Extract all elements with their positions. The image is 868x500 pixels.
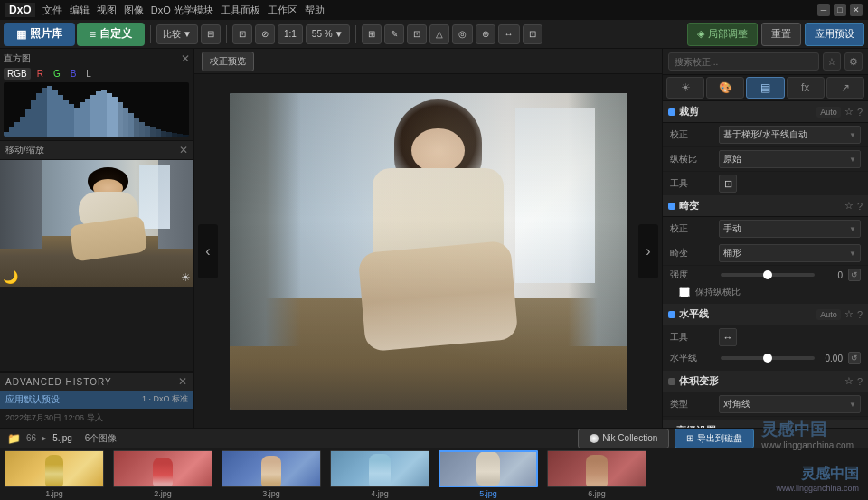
thumbnail-area[interactable]: 🌙 ☀: [0, 160, 193, 287]
move-zoom-close-button[interactable]: ✕: [179, 144, 188, 156]
distortion-correction-row: 校正 手动 ▼: [663, 217, 868, 241]
crop-correction-dropdown[interactable]: 基于梯形/水平线自动 ▼: [719, 126, 861, 144]
horizon-section-header: 水平线 Auto ☆ ?: [663, 304, 868, 325]
channel-l[interactable]: L: [82, 68, 95, 80]
menu-edit[interactable]: 编辑: [70, 4, 90, 17]
side-by-side-button[interactable]: ⊟: [201, 24, 221, 44]
distortion-strength-reset-button[interactable]: ↺: [848, 269, 861, 281]
crop-help-button[interactable]: ?: [857, 107, 863, 118]
crop-tool-icon-button[interactable]: ⊡: [719, 175, 737, 193]
volume-type-dropdown[interactable]: 对角线 ▼: [719, 395, 861, 413]
menu-tools[interactable]: 工具面板: [221, 4, 260, 17]
prev-photo-button[interactable]: ‹: [198, 224, 218, 278]
tab-color[interactable]: 🎨: [706, 77, 744, 99]
stamp-tool-button[interactable]: ◎: [452, 24, 473, 44]
filmstrip-item-5[interactable]: ⚠ 5.jpg: [434, 450, 542, 498]
win-close-button[interactable]: ✕: [850, 4, 863, 16]
crop-tool-button[interactable]: ⊡: [232, 24, 252, 44]
horizon-title: 水平线: [679, 307, 813, 321]
menu-view[interactable]: 视图: [97, 4, 117, 17]
distortion-strength-slider[interactable]: [721, 273, 815, 277]
menu-file[interactable]: 文件: [42, 4, 62, 17]
shape-tool-button[interactable]: △: [429, 24, 449, 44]
edit-tools: ⊞ ✎ ⊡ △ ◎ ⊕ ↔ ⊡: [362, 24, 542, 44]
search-input[interactable]: [668, 52, 819, 71]
zoom-ratio-btn[interactable]: 1:1: [278, 24, 303, 44]
volume-help-button[interactable]: ?: [857, 376, 863, 387]
filmstrip-item-2[interactable]: ⚠ 2.jpg: [108, 450, 217, 498]
distortion-help-button[interactable]: ?: [857, 201, 863, 212]
eyedropper-tool-button[interactable]: ⊕: [476, 24, 495, 44]
channel-g[interactable]: G: [50, 68, 64, 80]
channel-rgb[interactable]: RGB: [4, 68, 31, 80]
tab-photo-library[interactable]: ▦ 照片库: [4, 23, 75, 46]
next-photo-button[interactable]: ›: [638, 224, 658, 278]
thumb-name-4: 4.jpg: [371, 489, 389, 498]
horizon-reset-button[interactable]: ↺: [848, 352, 861, 364]
horizon-slider[interactable]: [721, 356, 815, 360]
tab-customize[interactable]: ≡ 自定义: [77, 23, 145, 46]
nik-logo-icon: [590, 434, 599, 443]
crop-aspect-dropdown[interactable]: 原始 ▼: [719, 150, 861, 168]
tab-light[interactable]: ☀: [666, 77, 704, 99]
filmstrip-item-1[interactable]: ⚠ 1.jpg: [0, 450, 108, 498]
horizon-help-button[interactable]: ?: [857, 309, 863, 320]
crop-aspect-row: 纵横比 原始 ▼: [663, 147, 868, 172]
histogram-close-button[interactable]: ✕: [181, 52, 190, 65]
win-maximize-button[interactable]: □: [834, 4, 846, 16]
horizon-tool-icon-button[interactable]: ↔: [719, 328, 737, 346]
transform-tool-button[interactable]: ⊞: [362, 24, 382, 44]
horizon-star-button[interactable]: ☆: [844, 308, 854, 320]
tab-export[interactable]: ↗: [826, 77, 864, 99]
local-adjust-button[interactable]: ◈ 局部调整: [687, 23, 758, 46]
tab-detail[interactable]: fx: [787, 77, 825, 99]
history-close-button[interactable]: ✕: [178, 375, 188, 388]
settings-filter-button[interactable]: ⚙: [844, 52, 863, 71]
zoom-value-btn[interactable]: 55 % ▼: [306, 24, 350, 44]
svg-rect-29: [161, 131, 166, 137]
star-filter-button[interactable]: ☆: [823, 52, 841, 71]
svg-rect-21: [118, 102, 123, 137]
ruler-tool-button[interactable]: ↔: [498, 24, 520, 44]
app-logo: DxO: [5, 3, 35, 17]
win-minimize-button[interactable]: ─: [817, 4, 830, 16]
history-item[interactable]: 应用默认预设 1 · DxO 标准: [0, 391, 193, 409]
filmstrip-item-4[interactable]: ⚠ 4.jpg: [326, 450, 434, 498]
thumb-name-1: 1.jpg: [45, 489, 63, 498]
distortion-correction-dropdown[interactable]: 手动 ▼: [719, 220, 861, 238]
menu-workspace[interactable]: 工作区: [268, 4, 297, 17]
crop-star-button[interactable]: ☆: [844, 106, 854, 118]
show-hide-button[interactable]: ⊡: [523, 24, 542, 44]
compare-button[interactable]: 比较 ▼: [156, 24, 198, 44]
correct-preview-button[interactable]: 校正预览: [202, 52, 254, 71]
volume-type-label: 类型: [670, 398, 715, 410]
straighten-tool-button[interactable]: ⊘: [255, 24, 275, 44]
svg-rect-24: [134, 118, 139, 137]
nik-collection-button[interactable]: Nik Collection: [578, 429, 669, 448]
filmstrip-item-6[interactable]: ⚠ 6.jpg: [542, 450, 651, 498]
svg-rect-9: [52, 90, 58, 137]
reset-button[interactable]: 重置: [761, 23, 801, 46]
menu-image[interactable]: 图像: [124, 4, 144, 17]
distortion-aspect-checkbox[interactable]: [679, 287, 690, 297]
sep-dot: ▸: [42, 432, 47, 444]
volume-star-button[interactable]: ☆: [844, 375, 854, 387]
menu-help[interactable]: 帮助: [305, 4, 325, 17]
main-photo-area[interactable]: ‹: [194, 74, 662, 428]
tab-geometry[interactable]: ▤: [746, 77, 784, 99]
menu-bar[interactable]: 文件 编辑 视图 图像 DxO 光学模块 工具面板 工作区 帮助: [42, 4, 325, 17]
export-button[interactable]: ⊞ 导出到磁盘: [675, 429, 754, 448]
pen-tool-button[interactable]: ✎: [384, 24, 404, 44]
apply-preset-button[interactable]: 应用预设: [805, 23, 864, 46]
svg-rect-23: [128, 113, 134, 137]
thumb-border-5: [439, 450, 538, 487]
menu-dxo-optical[interactable]: DxO 光学模块: [151, 4, 213, 17]
volume-section-header: 体积变形 ☆ ?: [663, 371, 868, 392]
channel-b[interactable]: B: [67, 68, 80, 80]
panel-tabs: ☀ 🎨 ▤ fx ↗: [663, 75, 868, 101]
distortion-star-button[interactable]: ☆: [844, 200, 854, 212]
channel-r[interactable]: R: [33, 68, 47, 80]
select-tool-button[interactable]: ⊡: [407, 24, 427, 44]
distortion-type-dropdown[interactable]: 桶形 ▼: [719, 244, 861, 262]
filmstrip-item-3[interactable]: ⚠ 3.jpg: [217, 450, 326, 498]
